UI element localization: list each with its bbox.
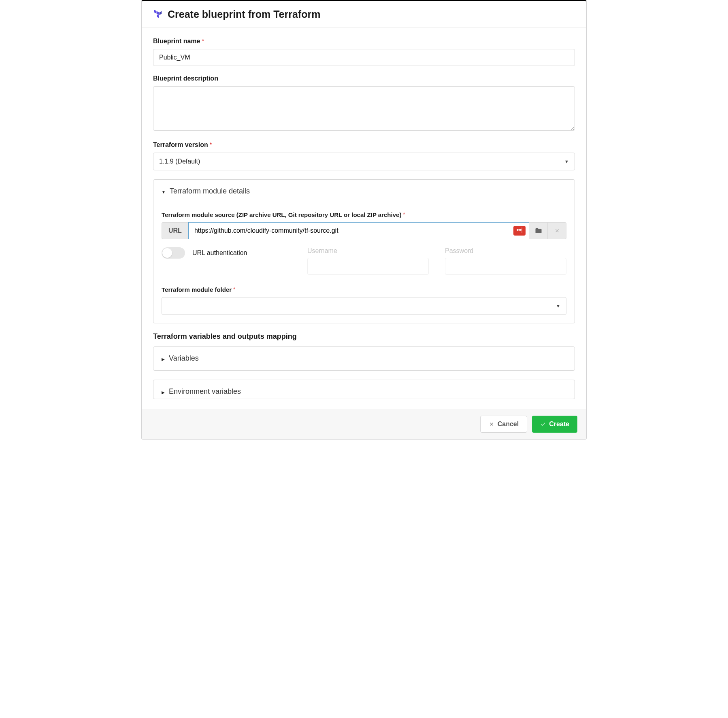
folder-open-icon — [535, 227, 542, 234]
module-source-label: Terraform module source (ZIP archive URL… — [162, 211, 566, 218]
browse-file-button[interactable] — [529, 222, 548, 239]
password-label: Password — [445, 247, 566, 255]
cancel-label: Cancel — [498, 421, 519, 428]
module-source-input[interactable] — [189, 223, 513, 239]
expand-icon — [162, 387, 165, 396]
dialog-body: Blueprint name Blueprint description Ter… — [142, 28, 586, 409]
create-button[interactable]: Create — [532, 416, 577, 433]
blueprint-name-label: Blueprint name — [153, 38, 575, 45]
env-variables-card: Environment variables — [153, 380, 575, 399]
url-auth-toggle[interactable] — [162, 247, 185, 259]
password-field: Password — [445, 247, 566, 275]
terraform-version-label: Terraform version — [153, 141, 575, 149]
terraform-version-select[interactable]: 1.1.9 (Default) ▼ — [153, 153, 575, 170]
module-details-title: Terraform module details — [170, 187, 250, 195]
close-icon — [554, 228, 560, 234]
env-variables-header[interactable]: Environment variables — [153, 380, 575, 399]
url-auth-label: URL authentication — [192, 249, 247, 257]
check-icon — [540, 421, 546, 427]
module-details-body: Terraform module source (ZIP archive URL… — [153, 203, 575, 323]
url-prefix-label: URL — [162, 222, 188, 239]
variables-card: Variables — [153, 346, 575, 371]
module-folder-label: Terraform module folder — [162, 286, 566, 293]
create-label: Create — [549, 421, 569, 428]
env-variables-title: Environment variables — [169, 387, 241, 396]
url-auth-toggle-group: URL authentication — [162, 247, 291, 259]
dialog-footer: Cancel Create — [142, 409, 586, 439]
blueprint-name-field: Blueprint name — [153, 38, 575, 66]
url-input-container: •••| — [188, 222, 529, 239]
module-details-header[interactable]: Terraform module details — [153, 180, 575, 203]
url-secret-button[interactable]: •••| — [513, 226, 526, 236]
module-folder-field: Terraform module folder ▼ — [162, 286, 566, 315]
module-folder-select[interactable]: ▼ — [162, 297, 566, 315]
clear-url-button[interactable] — [548, 222, 566, 239]
module-details-card: Terraform module details Terraform modul… — [153, 179, 575, 323]
blueprint-name-input[interactable] — [153, 49, 575, 66]
variables-title: Variables — [169, 354, 199, 363]
chevron-down-icon: ▼ — [564, 159, 569, 164]
dialog-header: Create blueprint from Terraform — [142, 1, 586, 28]
terraform-blueprint-dialog: Create blueprint from Terraform Blueprin… — [141, 0, 587, 440]
variables-section-heading: Terraform variables and outputs mapping — [153, 332, 575, 341]
chevron-down-icon: ▼ — [556, 304, 560, 308]
close-icon — [489, 421, 494, 427]
expand-icon — [162, 354, 165, 363]
terraform-version-field: Terraform version 1.1.9 (Default) ▼ — [153, 141, 575, 170]
blueprint-description-input[interactable] — [153, 86, 575, 131]
cancel-button[interactable]: Cancel — [480, 416, 527, 433]
collapse-icon — [162, 187, 166, 195]
module-source-row: URL •••| — [162, 222, 566, 239]
password-input — [445, 258, 566, 275]
username-field: Username — [307, 247, 429, 275]
url-auth-row: URL authentication Username Password — [162, 247, 566, 275]
blueprint-description-label: Blueprint description — [153, 75, 575, 82]
terraform-version-value: 1.1.9 (Default) — [159, 158, 200, 165]
terraform-icon — [153, 9, 164, 20]
blueprint-description-field: Blueprint description — [153, 75, 575, 132]
variables-header[interactable]: Variables — [153, 347, 575, 370]
dialog-title: Create blueprint from Terraform — [168, 8, 320, 20]
username-label: Username — [307, 247, 429, 255]
username-input — [307, 258, 429, 275]
